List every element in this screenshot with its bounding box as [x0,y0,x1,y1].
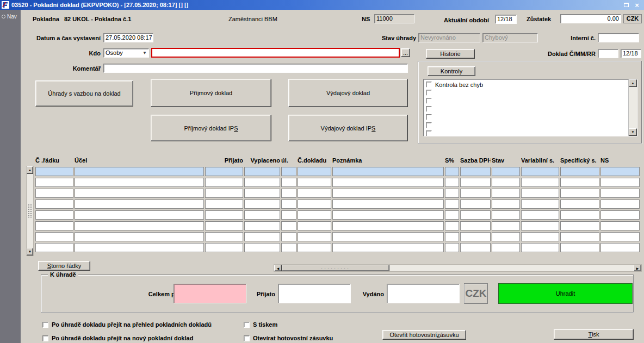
table-cell[interactable] [332,243,444,252]
table-cell[interactable] [560,243,599,252]
table-row[interactable] [35,167,640,176]
tisk-button[interactable]: Tisk [554,329,634,340]
restore-button[interactable] [622,2,630,9]
kontrola-checkbox[interactable] [426,130,432,136]
cb-prejit-prehled-checkbox[interactable] [42,322,48,328]
doklad-number-input[interactable] [598,49,618,58]
table-cell[interactable] [560,199,599,209]
table-cell[interactable] [560,210,599,220]
cb-s-tiskem-row[interactable]: S tiskem [244,321,277,328]
table-cell[interactable] [460,189,491,198]
kontrola-item[interactable] [426,122,628,128]
table-cell[interactable] [460,243,491,252]
kontrola-checkbox[interactable] [426,98,432,104]
table-cell[interactable] [298,243,331,252]
table-cell[interactable] [445,189,459,198]
kontrola-checkbox[interactable] [426,114,432,120]
table-cell[interactable] [75,221,204,230]
table-cell[interactable] [600,178,640,187]
scroll-up-button[interactable]: ▲ [629,79,637,87]
table-row[interactable] [35,189,640,198]
table-cell[interactable] [332,221,444,230]
table-cell[interactable] [281,167,296,176]
zustatek-input[interactable]: 0.00 [560,14,621,23]
prijmovy-doklad-button[interactable]: Příjmový doklad [151,79,271,107]
cb-prejit-novy-checkbox[interactable] [42,335,48,341]
table-horizontal-scrollbar[interactable]: ◀ ········· ▶ [274,264,642,272]
cb-prejit-prehled-row[interactable]: Po úhradě dokladu přejít na přehled pokl… [42,321,212,328]
kdo-lookup-button[interactable]: ... [401,48,410,57]
table-cell[interactable] [460,221,491,230]
table-cell[interactable] [298,221,331,230]
table-cell[interactable] [492,232,520,241]
table-cell[interactable] [298,167,331,176]
table-cell[interactable] [244,210,280,220]
table-cell[interactable] [244,243,280,252]
table-cell[interactable] [460,199,491,209]
table-cell[interactable] [244,189,280,198]
prijmovy-doklad-ips-button[interactable]: Příjmový doklad IPS [151,115,271,141]
table-cell[interactable] [600,232,640,241]
kontroly-scrollbar[interactable]: ▲ ▼ [628,79,637,136]
kontrola-checkbox[interactable] [426,90,432,96]
table-cell[interactable] [521,221,559,230]
table-cell[interactable] [445,199,459,209]
table-cell[interactable] [460,210,491,220]
table-cell[interactable] [75,167,204,176]
table-cell[interactable] [445,210,459,220]
vydajovy-doklad-button[interactable]: Výdajový doklad [288,79,408,107]
table-cell[interactable] [35,189,73,198]
cb-s-tiskem-checkbox[interactable] [244,322,250,328]
scroll-down-button[interactable]: ▼ [27,248,33,255]
table-cell[interactable] [35,232,73,241]
komentar-input[interactable] [103,64,408,73]
table-cell[interactable] [298,189,331,198]
storno-radky-button[interactable]: Storno řádky [38,261,90,271]
table-cell[interactable] [205,210,243,220]
kontroly-button[interactable]: Kontroly [428,66,475,76]
table-cell[interactable] [445,178,459,187]
table-cell[interactable] [332,210,444,220]
scrollbar-track[interactable] [389,265,634,271]
kdo-type-combo[interactable]: Osoby ▼ [103,48,149,58]
table-cell[interactable] [492,189,520,198]
table-cell[interactable] [460,178,491,187]
table-cell[interactable] [560,232,599,241]
table-cell[interactable] [244,178,280,187]
table-cell[interactable] [521,232,559,241]
table-cell[interactable] [492,167,520,176]
table-row[interactable] [35,232,640,241]
table-cell[interactable] [205,189,243,198]
table-cell[interactable] [281,232,296,241]
table-cell[interactable] [445,232,459,241]
vydajovy-doklad-ips-button[interactable]: Výdajový doklad IPS [288,115,408,141]
table-cell[interactable] [298,178,331,187]
table-row[interactable] [35,221,640,230]
table-cell[interactable] [205,199,243,209]
table-cell[interactable] [205,243,243,252]
table-cell[interactable] [298,199,331,209]
cb-otevirat-zasuvku-row[interactable]: Otevírat hotovostní zásuvku [244,335,333,341]
table-row[interactable] [35,243,640,252]
scroll-left-button[interactable]: ◀ [274,265,282,271]
table-cell[interactable] [560,167,599,176]
table-cell[interactable] [244,199,280,209]
uhradit-button[interactable]: Uhradit [498,283,633,304]
table-cell[interactable] [521,243,559,252]
vydano-input[interactable] [387,284,460,303]
table-cell[interactable] [35,199,73,209]
kontrola-checkbox[interactable] [426,122,432,128]
kontrola-item[interactable] [426,114,628,120]
otevrit-zasuvku-button[interactable]: Otevřít hotovostní zásuvku [382,330,466,340]
table-cell[interactable] [35,210,73,220]
table-cell[interactable] [460,232,491,241]
table-vertical-scrollbar[interactable]: ▲ ▼ [26,166,34,256]
kdo-input[interactable] [151,48,400,58]
table-cell[interactable] [460,167,491,176]
cb-prejit-novy-row[interactable]: Po úhradě dokladu přejít na nový pokladn… [42,335,193,341]
table-cell[interactable] [600,243,640,252]
aktualni-obdobi-input[interactable]: 12/18 [495,15,517,24]
table-cell[interactable] [492,199,520,209]
table-row[interactable] [35,210,640,220]
scrollbar-grip[interactable] [28,204,32,218]
